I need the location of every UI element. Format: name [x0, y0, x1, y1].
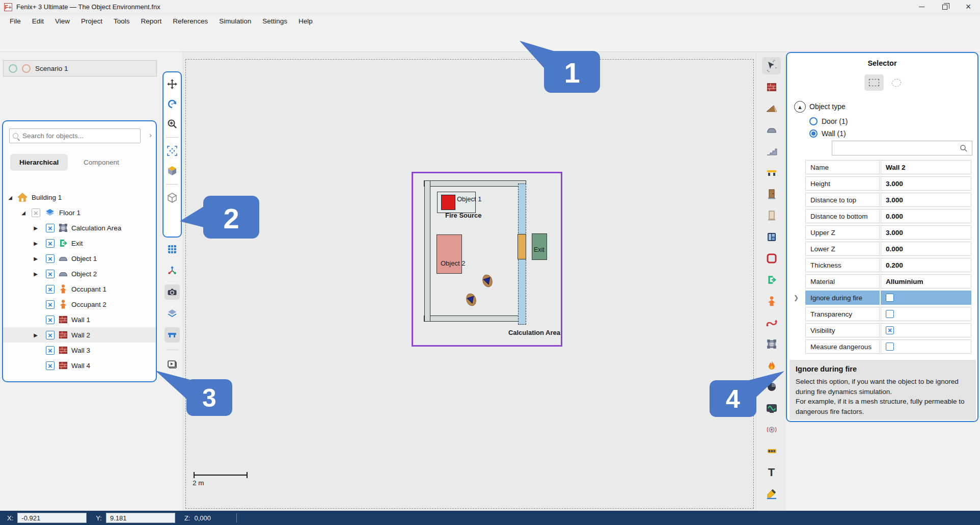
exit-tool-button[interactable] — [762, 271, 781, 288]
select-tool-button[interactable] — [762, 57, 781, 74]
restore-button[interactable] — [933, 0, 957, 14]
row-expand-chevron-icon[interactable]: ❯ — [787, 290, 805, 306]
property-value[interactable]: Wall 2 — [881, 160, 971, 174]
tree-item-object-2[interactable]: ▶ × Object 2 — [3, 266, 156, 281]
tree-item-wall-2[interactable]: ▶ × Wall 2 — [3, 327, 156, 343]
transparency-checkbox[interactable] — [886, 310, 894, 318]
floor-plan-canvas[interactable]: Calculation Area Exit Object 1 Fire Sour… — [183, 52, 756, 511]
visibility-checkbox[interactable]: × — [46, 346, 55, 355]
move-tool-button[interactable] — [165, 76, 180, 92]
zoom-tool-button[interactable] — [165, 116, 180, 132]
wall-top[interactable] — [424, 180, 526, 187]
ramp-tool-button[interactable] — [762, 100, 781, 117]
collapse-object-type-button[interactable]: ▲ — [794, 101, 806, 113]
object-type-option-door[interactable]: Door (1) — [809, 117, 848, 125]
stairs-tool-button[interactable] — [762, 143, 781, 160]
fit-selection-tool-button[interactable] — [165, 143, 180, 159]
property-value[interactable]: 3.000 — [881, 225, 971, 240]
lasso-select-mode-button[interactable] — [887, 74, 906, 91]
material-dropdown[interactable]: Alluminium ▼ — [881, 274, 971, 288]
grid-toggle-button[interactable] — [165, 242, 180, 257]
sensor-tool-button[interactable] — [762, 400, 781, 417]
radio-unchecked-icon[interactable] — [809, 117, 818, 125]
visibility-checkbox[interactable]: × — [46, 224, 55, 232]
tree-item-occupant-1[interactable]: × Occupant 1 — [3, 281, 156, 297]
orbit-tool-button[interactable] — [165, 96, 180, 112]
visibility-checkbox[interactable]: × — [46, 300, 55, 309]
property-value[interactable]: 3.000 — [881, 193, 971, 207]
furniture-layer-button[interactable] — [165, 327, 180, 343]
expander-expanded-icon[interactable]: ◢ — [20, 210, 26, 216]
close-button[interactable]: × — [957, 0, 980, 14]
axes-toggle-button[interactable] — [165, 263, 180, 278]
expander-collapsed-icon[interactable]: ▶ — [33, 225, 39, 231]
text-tool-button[interactable]: T — [762, 464, 781, 481]
tree-item-wall-1[interactable]: × Wall 1 — [3, 312, 156, 327]
visibility-checkbox[interactable]: × — [46, 361, 55, 370]
visibility-checkbox[interactable]: × — [886, 326, 894, 334]
route-tool-button[interactable] — [762, 314, 781, 331]
fire-source-tool-button[interactable] — [762, 357, 781, 374]
menu-help[interactable]: Help — [293, 15, 318, 27]
property-row-ignore-during-fire[interactable]: ❯ Ignore during fire — [787, 290, 978, 306]
menu-project[interactable]: Project — [75, 15, 108, 27]
occupant-tool-button[interactable] — [762, 293, 781, 310]
search-submit-chevron-icon[interactable]: › — [149, 130, 152, 139]
measure-dangerous-checkbox[interactable] — [886, 343, 894, 351]
camera-tool-button[interactable] — [165, 284, 180, 300]
property-filter-input[interactable] — [836, 144, 960, 152]
visibility-checkbox[interactable]: × — [46, 254, 55, 263]
occupant-2-marker[interactable] — [465, 292, 478, 307]
menu-tools[interactable]: Tools — [108, 15, 135, 27]
fire-source-shape[interactable] — [441, 195, 455, 210]
measure-tool-button[interactable] — [762, 485, 781, 503]
minimize-button[interactable] — [910, 0, 933, 14]
view-3d-tool-button[interactable] — [165, 163, 180, 178]
device-tool-button[interactable] — [762, 442, 781, 460]
menu-edit[interactable]: Edit — [26, 15, 49, 27]
visibility-checkbox[interactable]: × — [46, 331, 55, 339]
tree-item-wall-4[interactable]: × Wall 4 — [3, 358, 156, 373]
menu-view[interactable]: View — [49, 15, 75, 27]
expander-collapsed-icon[interactable]: ▶ — [33, 271, 39, 277]
visibility-checkbox[interactable]: × — [46, 316, 55, 324]
tree-item-occupant-2[interactable]: × Occupant 2 — [3, 297, 156, 312]
wall-left[interactable] — [424, 180, 430, 322]
object-search-input[interactable] — [21, 132, 137, 140]
doorway-tool-button[interactable] — [762, 207, 781, 224]
property-value[interactable]: 0.200 — [881, 258, 971, 272]
menu-references[interactable]: References — [167, 15, 213, 27]
expander-collapsed-icon[interactable]: ▶ — [33, 256, 39, 261]
tree-item-wall-3[interactable]: × Wall 3 — [3, 343, 156, 358]
property-value[interactable]: 3.000 — [881, 176, 971, 191]
tab-hierarchical[interactable]: Hierarchical — [10, 154, 68, 171]
tab-component[interactable]: Component — [74, 154, 128, 171]
furniture-tool-button[interactable] — [762, 164, 781, 181]
y-coordinate-input[interactable] — [106, 513, 175, 523]
radio-checked-icon[interactable] — [809, 129, 818, 138]
property-value[interactable]: 0.000 — [881, 242, 971, 256]
window-tool-button[interactable] — [762, 228, 781, 246]
opening-tool-button[interactable] — [762, 250, 781, 267]
presentation-tool-button[interactable] — [165, 357, 180, 373]
alarm-tool-button[interactable] — [762, 421, 781, 438]
expander-collapsed-icon[interactable]: ▶ — [33, 332, 39, 338]
object-2-shape[interactable] — [437, 234, 462, 274]
menu-file[interactable]: File — [4, 15, 26, 27]
expander-expanded-icon[interactable]: ◢ — [7, 195, 13, 200]
wall-bottom[interactable] — [424, 316, 526, 322]
object-tool-button[interactable] — [762, 121, 781, 139]
visibility-checkbox[interactable]: × — [46, 270, 55, 278]
layers-tool-button[interactable] — [165, 306, 180, 321]
expander-collapsed-icon[interactable]: ▶ — [33, 241, 39, 246]
visibility-checkbox[interactable]: × — [46, 239, 55, 248]
visibility-checkbox[interactable]: × — [46, 285, 55, 294]
calc-area-tool-button[interactable] — [762, 335, 781, 353]
tree-item-calculation-area[interactable]: ▶ × Calculation Area — [3, 220, 156, 235]
door-tool-button[interactable] — [762, 186, 781, 203]
door-1[interactable] — [518, 234, 526, 259]
wall-tool-button[interactable] — [762, 78, 781, 96]
menu-report[interactable]: Report — [135, 15, 168, 27]
menu-settings[interactable]: Settings — [257, 15, 293, 27]
property-value[interactable]: 0.000 — [881, 209, 971, 223]
